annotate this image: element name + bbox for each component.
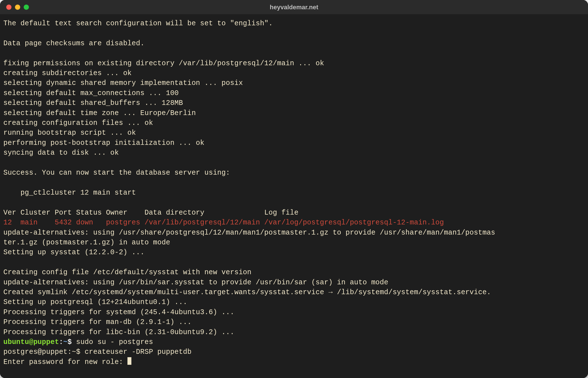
maximize-icon[interactable] — [24, 4, 29, 10]
command-input: sudo su - postgres — [76, 338, 153, 346]
output-line: pg_ctlcluster 12 main start — [3, 189, 136, 197]
output-line: selecting default shared_buffers ... 128… — [3, 99, 183, 107]
output-line: Creating config file /etc/default/syssta… — [3, 268, 252, 276]
output-line: update-alternatives: using /usr/share/po… — [3, 229, 495, 237]
output-line: ter.1.gz (postmaster.1.gz) in auto mode — [3, 238, 170, 247]
output-line: update-alternatives: using /usr/bin/sar.… — [3, 278, 388, 287]
prompt-plain: postgres@puppet:~$ — [3, 348, 85, 356]
password-prompt: Enter password for new role: — [3, 358, 127, 366]
output-line: Processing triggers for man-db (2.9.1-1)… — [3, 318, 192, 326]
terminal-output[interactable]: The default text search configuration wi… — [0, 15, 588, 378]
output-line: The default text search configuration wi… — [3, 19, 273, 28]
traffic-lights — [0, 4, 29, 10]
output-line: selecting dynamic shared memory implemen… — [3, 79, 243, 87]
prompt-sep: : — [59, 338, 63, 346]
output-line: Data page checksums are disabled. — [3, 39, 145, 48]
output-line: Ver Cluster Port Status Owner Data direc… — [3, 209, 299, 217]
window-title: heyvaldemar.net — [0, 4, 588, 11]
prompt-user-host: ubuntu@puppet — [3, 338, 59, 346]
terminal-window: heyvaldemar.net The default text search … — [0, 0, 588, 378]
command-input: createuser -DRSP puppetdb — [85, 348, 192, 356]
output-line: Processing triggers for libc-bin (2.31-0… — [3, 328, 234, 336]
output-line: running bootstrap script ... ok — [3, 129, 136, 137]
output-line: selecting default max_connections ... 10… — [3, 89, 179, 97]
cursor-icon — [127, 357, 131, 365]
output-line: syncing data to disk ... ok — [3, 149, 119, 157]
output-line: selecting default time zone ... Europe/B… — [3, 109, 196, 117]
output-line: Success. You can now start the database … — [3, 169, 230, 177]
output-line: performing post-bootstrap initialization… — [3, 139, 205, 147]
close-icon[interactable] — [6, 4, 12, 10]
output-line: creating subdirectories ... ok — [3, 69, 132, 77]
output-line: Processing triggers for systemd (245.4-4… — [3, 308, 234, 316]
output-line: Setting up postgresql (12+214ubuntu0.1) … — [3, 298, 187, 306]
prompt-dollar: $ — [68, 338, 76, 346]
minimize-icon[interactable] — [15, 4, 20, 10]
output-line: Created symlink /etc/systemd/system/mult… — [3, 288, 491, 296]
output-line: creating configuration files ... ok — [3, 119, 153, 127]
output-line-cluster-status: 12 main 5432 down postgres /var/lib/post… — [3, 219, 444, 227]
output-line: Setting up sysstat (12.2.0-2) ... — [3, 248, 145, 256]
output-line: fixing permissions on existing directory… — [3, 59, 324, 68]
titlebar: heyvaldemar.net — [0, 0, 588, 15]
prompt-path: ~ — [63, 338, 68, 346]
